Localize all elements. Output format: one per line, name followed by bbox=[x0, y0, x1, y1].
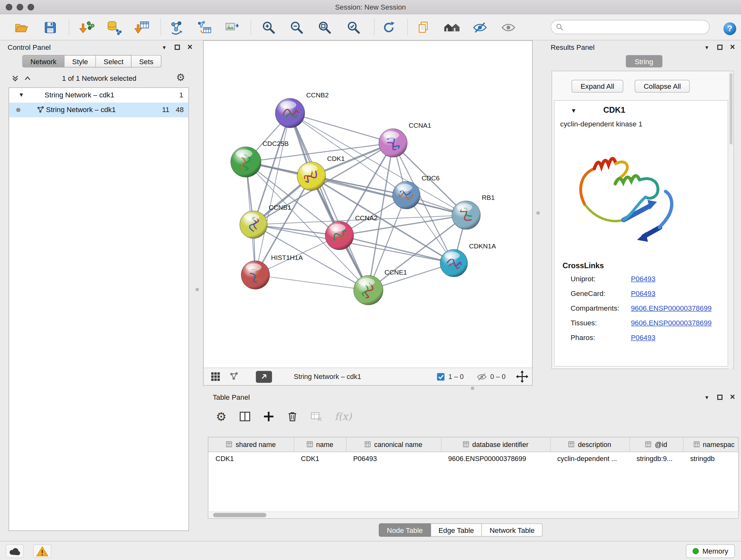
panel-resize-handle[interactable] bbox=[196, 288, 199, 291]
cell-namespace[interactable]: stringdb bbox=[683, 452, 739, 466]
column-header[interactable]: @id bbox=[629, 437, 683, 452]
save-session-button[interactable] bbox=[40, 17, 61, 38]
toolbar-search-input[interactable] bbox=[567, 23, 704, 31]
tab-edge-table[interactable]: Edge Table bbox=[431, 523, 482, 537]
network-edge[interactable] bbox=[255, 275, 368, 290]
tab-sets[interactable]: Sets bbox=[131, 55, 161, 68]
tab-network[interactable]: Network bbox=[22, 55, 64, 68]
import-table-from-file-button[interactable] bbox=[132, 17, 153, 38]
crosslink-link[interactable]: 9606.ENSP00000378699 bbox=[631, 319, 712, 327]
column-header[interactable]: name bbox=[294, 437, 346, 452]
tab-select[interactable]: Select bbox=[96, 55, 131, 68]
cell-shared-name[interactable]: CDK1 bbox=[208, 452, 294, 466]
network-edge[interactable] bbox=[312, 176, 466, 215]
zoom-out-button[interactable] bbox=[286, 17, 307, 38]
cell-id[interactable]: stringdb:9... bbox=[629, 452, 683, 466]
column-header[interactable]: database identifier bbox=[441, 437, 550, 452]
float-panel-icon[interactable] bbox=[716, 393, 724, 401]
gene-disclosure-icon[interactable]: ▼ bbox=[570, 107, 577, 114]
column-header[interactable]: canonical name bbox=[346, 437, 441, 452]
tab-string[interactable]: String bbox=[625, 55, 662, 68]
network-view[interactable]: CCNB2CCNA1CDC25BCDK1CDC6RB1CCNB1CCNA2CDK… bbox=[203, 40, 533, 385]
selected-checkbox-icon[interactable] bbox=[435, 372, 446, 381]
column-header[interactable]: description bbox=[550, 437, 629, 452]
close-panel-icon[interactable]: × bbox=[728, 43, 737, 51]
collection-disclosure-icon[interactable]: ▼ bbox=[18, 91, 24, 98]
table-horizontal-scrollbar[interactable] bbox=[209, 511, 738, 517]
import-network-from-database-button[interactable] bbox=[104, 17, 124, 38]
network-node-CDKN1A[interactable]: CDKN1A bbox=[440, 242, 496, 277]
tab-network-table[interactable]: Network Table bbox=[482, 523, 542, 537]
results-scrollbar[interactable] bbox=[729, 72, 733, 369]
network-options-gear-icon[interactable]: ⚙ bbox=[176, 72, 185, 83]
tab-node-table[interactable]: Node Table bbox=[379, 523, 431, 537]
network-edge[interactable] bbox=[290, 113, 368, 290]
cell-name[interactable]: CDK1 bbox=[294, 452, 346, 466]
help-button[interactable]: ? bbox=[719, 18, 740, 39]
crosslink-link[interactable]: 9606.ENSP00000378699 bbox=[631, 304, 712, 312]
create-column-button[interactable] bbox=[262, 408, 276, 425]
network-node-HIST1H1A[interactable]: HIST1H1A bbox=[241, 254, 303, 289]
zoom-fit-button[interactable] bbox=[314, 17, 335, 38]
import-network-from-file-button[interactable] bbox=[76, 17, 97, 38]
cell-database-identifier[interactable]: 9606.ENSP00000378699 bbox=[441, 452, 550, 466]
grid-view-icon[interactable] bbox=[210, 371, 221, 382]
node-table[interactable]: shared name name canonical name database… bbox=[208, 437, 739, 519]
float-panel-icon[interactable] bbox=[173, 43, 181, 51]
scrollbar-thumb[interactable] bbox=[213, 513, 266, 517]
detach-view-button[interactable] bbox=[256, 371, 272, 382]
pan-crosshair-icon[interactable] bbox=[516, 370, 529, 383]
column-header[interactable]: shared name bbox=[208, 437, 294, 452]
hide-selected-button[interactable] bbox=[469, 17, 490, 38]
warnings-button[interactable] bbox=[33, 544, 51, 558]
open-session-button[interactable] bbox=[11, 17, 31, 38]
close-panel-icon[interactable]: × bbox=[186, 43, 194, 51]
first-neighbors-button[interactable] bbox=[441, 17, 462, 38]
panel-menu-icon[interactable]: ▾ bbox=[703, 393, 711, 401]
show-columns-button[interactable] bbox=[238, 408, 252, 425]
expand-all-button[interactable]: Expand All bbox=[571, 80, 623, 92]
panel-menu-icon[interactable]: ▾ bbox=[160, 43, 169, 51]
delete-column-button[interactable] bbox=[285, 408, 300, 425]
app-store-button[interactable] bbox=[6, 544, 24, 558]
show-all-button[interactable] bbox=[498, 17, 519, 38]
new-network-button[interactable] bbox=[166, 17, 187, 38]
float-panel-icon[interactable] bbox=[716, 43, 724, 51]
network-row[interactable]: String Network – cdk1 11 48 bbox=[9, 103, 188, 117]
crosslink-label: GeneCard: bbox=[570, 289, 631, 297]
network-node-RB1[interactable]: RB1 bbox=[452, 194, 495, 229]
zoom-in-button[interactable] bbox=[258, 17, 279, 38]
network-node-CDK1[interactable]: CDK1 bbox=[297, 155, 345, 190]
network-collection-row[interactable]: ▼ String Network – cdk1 1 bbox=[9, 88, 188, 103]
cell-canonical-name[interactable]: P06493 bbox=[346, 452, 441, 466]
panel-menu-icon[interactable]: ▾ bbox=[703, 43, 711, 51]
vertical-splitter[interactable] bbox=[533, 40, 547, 390]
copy-button[interactable] bbox=[413, 17, 434, 38]
new-network-table-button[interactable] bbox=[194, 17, 214, 38]
gene-entry-header[interactable]: ▼ CDK1 bbox=[554, 101, 728, 120]
tab-style[interactable]: Style bbox=[64, 55, 96, 68]
hidden-eye-icon[interactable] bbox=[476, 372, 488, 381]
crosslink-link[interactable]: P06493 bbox=[631, 289, 656, 297]
zoom-selected-button[interactable] bbox=[343, 17, 364, 38]
column-header[interactable]: namespac bbox=[683, 437, 739, 452]
table-options-button[interactable]: ⚙ bbox=[214, 408, 228, 425]
network-canvas[interactable]: CCNB2CCNA1CDC25BCDK1CDC6RB1CCNB1CCNA2CDK… bbox=[204, 41, 532, 368]
close-panel-icon[interactable]: × bbox=[728, 393, 737, 401]
memory-button[interactable]: Memory bbox=[686, 544, 735, 558]
network-view-icon[interactable] bbox=[229, 372, 239, 381]
network-node-CCNB1[interactable]: CCNB1 bbox=[240, 204, 291, 238]
crosslink-link[interactable]: P06493 bbox=[631, 333, 656, 341]
crosslink-label: Compartments: bbox=[570, 304, 631, 312]
network-edge[interactable] bbox=[255, 113, 290, 275]
refresh-view-button[interactable] bbox=[379, 17, 399, 38]
collapse-all-button[interactable]: Collapse All bbox=[635, 80, 690, 92]
network-node-CCNA1[interactable]: CCNA1 bbox=[379, 122, 431, 157]
collection-count: 1 bbox=[179, 91, 183, 99]
table-row[interactable]: CDK1 CDK1 P06493 9606.ENSP00000378699 cy… bbox=[208, 452, 739, 466]
export-image-button[interactable] bbox=[222, 17, 243, 38]
network-edge[interactable] bbox=[290, 113, 393, 143]
cell-description[interactable]: cyclin-dependent ... bbox=[550, 452, 629, 466]
network-edge[interactable] bbox=[340, 236, 454, 263]
crosslink-link[interactable]: P06493 bbox=[631, 274, 656, 283]
